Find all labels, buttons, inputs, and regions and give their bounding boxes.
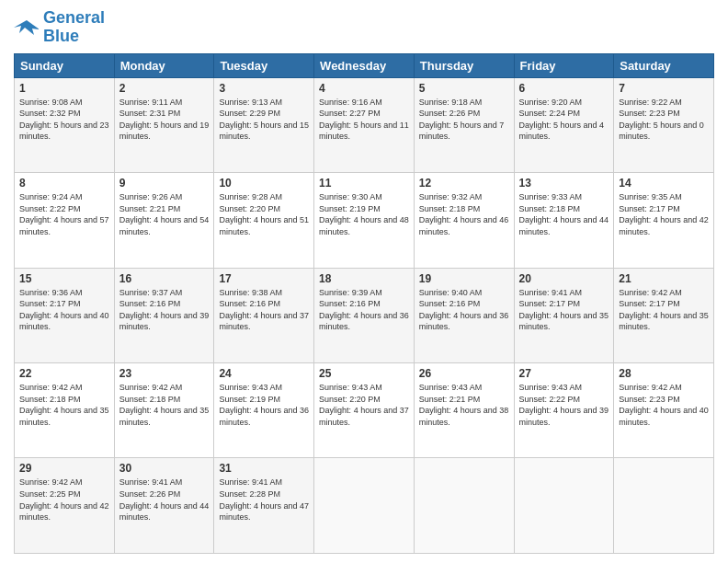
day-number: 3: [219, 82, 309, 95]
calendar-week-1: 1 Sunrise: 9:08 AMSunset: 2:32 PMDayligh…: [15, 77, 714, 172]
calendar-cell: 19 Sunrise: 9:40 AMSunset: 2:16 PMDaylig…: [414, 268, 514, 362]
weekday-header-saturday: Saturday: [614, 53, 714, 77]
day-info: Sunrise: 9:41 AMSunset: 2:28 PMDaylight:…: [219, 477, 309, 523]
day-number: 1: [19, 82, 109, 95]
day-info: Sunrise: 9:42 AMSunset: 2:18 PMDaylight:…: [19, 382, 109, 428]
weekday-header-wednesday: Wednesday: [314, 53, 415, 77]
day-number: 14: [619, 177, 709, 190]
day-info: Sunrise: 9:43 AMSunset: 2:19 PMDaylight:…: [219, 382, 309, 428]
day-info: Sunrise: 9:43 AMSunset: 2:20 PMDaylight:…: [319, 382, 409, 428]
day-info: Sunrise: 9:42 AMSunset: 2:17 PMDaylight:…: [619, 287, 709, 333]
calendar-cell: 15 Sunrise: 9:36 AMSunset: 2:17 PMDaylig…: [15, 268, 115, 362]
day-number: 20: [519, 272, 609, 285]
calendar-cell: 11 Sunrise: 9:30 AMSunset: 2:19 PMDaylig…: [314, 173, 415, 268]
calendar-cell: 13 Sunrise: 9:33 AMSunset: 2:18 PMDaylig…: [514, 173, 614, 268]
calendar-cell: [414, 458, 514, 554]
day-info: Sunrise: 9:30 AMSunset: 2:19 PMDaylight:…: [319, 191, 409, 237]
day-number: 26: [419, 367, 509, 380]
calendar-table: SundayMondayTuesdayWednesdayThursdayFrid…: [14, 53, 714, 554]
calendar-cell: 4 Sunrise: 9:16 AMSunset: 2:27 PMDayligh…: [314, 77, 415, 172]
logo-text: General Blue: [43, 9, 105, 46]
day-info: Sunrise: 9:20 AMSunset: 2:24 PMDaylight:…: [519, 97, 609, 143]
weekday-header-tuesday: Tuesday: [214, 53, 314, 77]
calendar-cell: 31 Sunrise: 9:41 AMSunset: 2:28 PMDaylig…: [214, 458, 314, 554]
day-number: 9: [119, 177, 210, 190]
day-info: Sunrise: 9:11 AMSunset: 2:31 PMDaylight:…: [119, 97, 210, 143]
calendar-cell: 26 Sunrise: 9:43 AMSunset: 2:21 PMDaylig…: [414, 363, 514, 458]
calendar-cell: 7 Sunrise: 9:22 AMSunset: 2:23 PMDayligh…: [614, 77, 714, 172]
day-info: Sunrise: 9:42 AMSunset: 2:23 PMDaylight:…: [619, 382, 709, 428]
calendar-cell: 20 Sunrise: 9:41 AMSunset: 2:17 PMDaylig…: [514, 268, 614, 362]
day-info: Sunrise: 9:40 AMSunset: 2:16 PMDaylight:…: [419, 287, 509, 333]
day-info: Sunrise: 9:42 AMSunset: 2:25 PMDaylight:…: [19, 477, 109, 523]
day-number: 13: [519, 177, 609, 190]
page: General Blue SundayMondayTuesdayWednesda…: [0, 0, 728, 563]
day-info: Sunrise: 9:38 AMSunset: 2:16 PMDaylight:…: [219, 287, 309, 333]
day-number: 16: [119, 272, 210, 285]
calendar-cell: 12 Sunrise: 9:32 AMSunset: 2:18 PMDaylig…: [414, 173, 514, 268]
day-number: 4: [319, 82, 409, 95]
calendar-week-5: 29 Sunrise: 9:42 AMSunset: 2:25 PMDaylig…: [15, 458, 714, 554]
calendar-cell: 8 Sunrise: 9:24 AMSunset: 2:22 PMDayligh…: [15, 173, 115, 268]
calendar-cell: 10 Sunrise: 9:28 AMSunset: 2:20 PMDaylig…: [214, 173, 314, 268]
day-number: 12: [419, 177, 509, 190]
calendar-cell: 21 Sunrise: 9:42 AMSunset: 2:17 PMDaylig…: [614, 268, 714, 362]
calendar-cell: 16 Sunrise: 9:37 AMSunset: 2:16 PMDaylig…: [114, 268, 214, 362]
calendar-cell: 17 Sunrise: 9:38 AMSunset: 2:16 PMDaylig…: [214, 268, 314, 362]
logo: General Blue: [14, 9, 105, 46]
calendar-cell: 22 Sunrise: 9:42 AMSunset: 2:18 PMDaylig…: [15, 363, 115, 458]
calendar-cell: 14 Sunrise: 9:35 AMSunset: 2:17 PMDaylig…: [614, 173, 714, 268]
day-info: Sunrise: 9:18 AMSunset: 2:26 PMDaylight:…: [419, 97, 509, 143]
day-info: Sunrise: 9:22 AMSunset: 2:23 PMDaylight:…: [619, 97, 709, 143]
day-info: Sunrise: 9:35 AMSunset: 2:17 PMDaylight:…: [619, 191, 709, 237]
day-info: Sunrise: 9:42 AMSunset: 2:18 PMDaylight:…: [119, 382, 210, 428]
calendar-cell: 28 Sunrise: 9:42 AMSunset: 2:23 PMDaylig…: [614, 363, 714, 458]
day-number: 17: [219, 272, 309, 285]
calendar-cell: [614, 458, 714, 554]
day-number: 21: [619, 272, 709, 285]
day-info: Sunrise: 9:37 AMSunset: 2:16 PMDaylight:…: [119, 287, 210, 333]
calendar-week-3: 15 Sunrise: 9:36 AMSunset: 2:17 PMDaylig…: [15, 268, 714, 362]
calendar-cell: 5 Sunrise: 9:18 AMSunset: 2:26 PMDayligh…: [414, 77, 514, 172]
weekday-header-sunday: Sunday: [15, 53, 115, 77]
calendar-cell: [314, 458, 415, 554]
day-info: Sunrise: 9:08 AMSunset: 2:32 PMDaylight:…: [19, 97, 109, 143]
day-info: Sunrise: 9:26 AMSunset: 2:21 PMDaylight:…: [119, 191, 210, 237]
calendar-cell: 6 Sunrise: 9:20 AMSunset: 2:24 PMDayligh…: [514, 77, 614, 172]
calendar-week-4: 22 Sunrise: 9:42 AMSunset: 2:18 PMDaylig…: [15, 363, 714, 458]
day-info: Sunrise: 9:43 AMSunset: 2:21 PMDaylight:…: [419, 382, 509, 428]
day-info: Sunrise: 9:41 AMSunset: 2:26 PMDaylight:…: [119, 477, 210, 523]
day-info: Sunrise: 9:24 AMSunset: 2:22 PMDaylight:…: [19, 191, 109, 237]
day-number: 2: [119, 82, 210, 95]
weekday-header-monday: Monday: [114, 53, 214, 77]
day-number: 31: [219, 462, 309, 475]
calendar-cell: 24 Sunrise: 9:43 AMSunset: 2:19 PMDaylig…: [214, 363, 314, 458]
day-number: 29: [19, 462, 109, 475]
day-info: Sunrise: 9:33 AMSunset: 2:18 PMDaylight:…: [519, 191, 609, 237]
calendar-cell: 27 Sunrise: 9:43 AMSunset: 2:22 PMDaylig…: [514, 363, 614, 458]
day-info: Sunrise: 9:28 AMSunset: 2:20 PMDaylight:…: [219, 191, 309, 237]
day-number: 25: [319, 367, 409, 380]
day-info: Sunrise: 9:41 AMSunset: 2:17 PMDaylight:…: [519, 287, 609, 333]
calendar-cell: 30 Sunrise: 9:41 AMSunset: 2:26 PMDaylig…: [114, 458, 214, 554]
day-number: 6: [519, 82, 609, 95]
day-info: Sunrise: 9:43 AMSunset: 2:22 PMDaylight:…: [519, 382, 609, 428]
calendar-cell: 25 Sunrise: 9:43 AMSunset: 2:20 PMDaylig…: [314, 363, 415, 458]
logo-icon: [14, 17, 40, 39]
day-info: Sunrise: 9:36 AMSunset: 2:17 PMDaylight:…: [19, 287, 109, 333]
calendar-cell: 18 Sunrise: 9:39 AMSunset: 2:16 PMDaylig…: [314, 268, 415, 362]
calendar-cell: 29 Sunrise: 9:42 AMSunset: 2:25 PMDaylig…: [15, 458, 115, 554]
calendar-cell: [514, 458, 614, 554]
day-info: Sunrise: 9:16 AMSunset: 2:27 PMDaylight:…: [319, 97, 409, 143]
calendar-cell: 1 Sunrise: 9:08 AMSunset: 2:32 PMDayligh…: [15, 77, 115, 172]
day-number: 23: [119, 367, 210, 380]
day-number: 15: [19, 272, 109, 285]
calendar-cell: 3 Sunrise: 9:13 AMSunset: 2:29 PMDayligh…: [214, 77, 314, 172]
day-number: 19: [419, 272, 509, 285]
day-number: 5: [419, 82, 509, 95]
day-info: Sunrise: 9:39 AMSunset: 2:16 PMDaylight:…: [319, 287, 409, 333]
day-number: 8: [19, 177, 109, 190]
day-number: 30: [119, 462, 210, 475]
header: General Blue: [14, 9, 714, 46]
calendar-cell: 2 Sunrise: 9:11 AMSunset: 2:31 PMDayligh…: [114, 77, 214, 172]
